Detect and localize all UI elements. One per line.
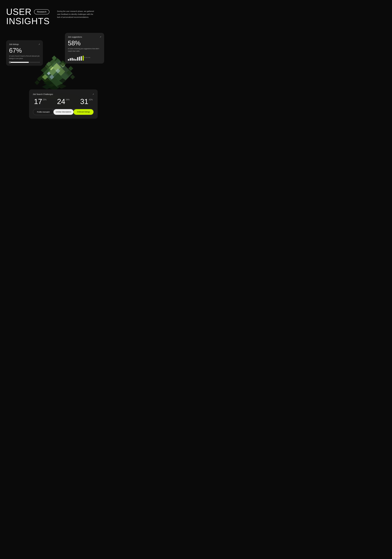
header-description: During the user research phase, we gathe…	[57, 7, 96, 19]
bar-dot-2	[88, 57, 89, 58]
job-listings-progress	[9, 62, 40, 63]
card-challenges: Job Search Challenges ↗ 1723%2434%3142% …	[29, 89, 98, 119]
job-listings-percentage: 67%	[9, 47, 40, 54]
job-suggestions-description: of users receiving job suggestions that …	[68, 47, 101, 52]
challenge-num-block-1: 2434%	[57, 98, 70, 105]
challenge-btn-2[interactable]: Irrelevant listings	[73, 109, 93, 115]
svg-marker-31	[35, 80, 40, 85]
bar-1	[70, 58, 71, 61]
challenge-num-block-0: 1723%	[34, 98, 46, 105]
bar-5	[77, 57, 78, 61]
job-listings-description: of users found it hard to find all relev…	[9, 55, 40, 60]
challenge-percent-0: 23%	[43, 98, 46, 101]
challenges-title: Job Search Challenges	[33, 93, 53, 95]
card-job-suggestions: Job suggestions ↗ 58% of users receiving…	[65, 33, 104, 64]
progress-empty	[29, 62, 40, 63]
bar-8	[83, 56, 84, 61]
job-listings-header: Job listings ↗	[9, 43, 40, 46]
challenges-arrow[interactable]: ↗	[92, 93, 94, 95]
bar-3	[73, 59, 75, 61]
challenge-percent-2: 42%	[89, 98, 93, 101]
bar-dot-3	[89, 57, 90, 58]
job-suggestions-title: Job suggestions	[68, 36, 82, 38]
job-listings-title: Job listings	[9, 43, 19, 46]
challenges-header: Job Search Challenges ↗	[33, 93, 94, 95]
bar-0	[68, 59, 69, 61]
bar-2	[71, 58, 73, 61]
challenge-num-block-2: 3142%	[80, 98, 93, 105]
challenge-number-2: 31	[80, 98, 88, 105]
challenge-percent-1: 34%	[66, 98, 70, 101]
title-line2: INSIGHTS	[6, 17, 50, 26]
progress-filled	[9, 62, 29, 63]
challenge-btn-0[interactable]: Profile mismatch	[33, 109, 53, 115]
bar-dot-0	[84, 57, 85, 58]
job-suggestions-header: Job suggestions ↗	[68, 36, 101, 38]
cards-area: Job listings ↗ 67% of users found it har…	[6, 33, 104, 119]
title-block: USER Research INSIGHTS	[6, 7, 50, 26]
job-suggestions-chart	[68, 55, 101, 61]
job-listings-arrow[interactable]: ↗	[38, 43, 40, 46]
header-section: USER Research INSIGHTS During the user r…	[6, 7, 104, 26]
job-suggestions-percentage: 58%	[68, 40, 101, 46]
title-line1: USER	[6, 7, 32, 16]
title-row: USER Research	[6, 7, 50, 16]
challenge-number-0: 17	[34, 98, 42, 105]
bar-4	[75, 59, 76, 61]
challenge-btn-1[interactable]: Unclear descriptions	[53, 109, 73, 115]
page: USER Research INSIGHTS During the user r…	[0, 0, 110, 140]
research-badge[interactable]: Research	[34, 9, 49, 14]
job-suggestions-arrow[interactable]: ↗	[100, 36, 101, 38]
bar-7	[81, 56, 82, 61]
challenge-buttons: Profile mismatchUnclear descriptionsIrre…	[33, 109, 94, 115]
challenges-numbers: 1723%2434%3142%	[33, 98, 94, 105]
svg-marker-29	[70, 75, 75, 79]
bar-6	[79, 57, 80, 61]
card-job-listings: Job listings ↗ 67% of users found it har…	[6, 40, 43, 66]
bar-dot-1	[86, 57, 87, 58]
challenge-number-1: 24	[57, 98, 65, 105]
